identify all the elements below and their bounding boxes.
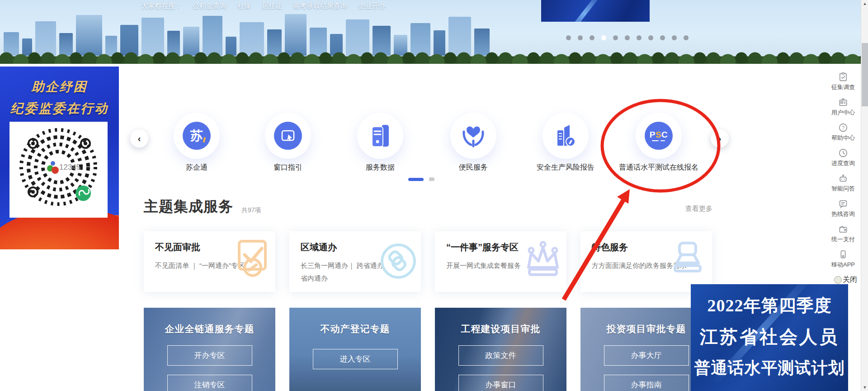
hot-search-link-gaokao[interactable]: 高考录取结果查询 bbox=[293, 2, 347, 10]
service-label: 服务数据 bbox=[335, 163, 425, 172]
service-guide-button[interactable]: 办事指南 bbox=[604, 375, 689, 391]
section-count: 共97项 bbox=[241, 206, 261, 215]
banner-dot-11[interactable] bbox=[684, 35, 689, 40]
psc-announcement-popup[interactable]: 2022年第四季度 江苏省社会人员 普通话水平测试计划 bbox=[691, 284, 848, 391]
handshake-icon bbox=[375, 238, 418, 285]
carousel-page-1-active[interactable] bbox=[408, 178, 424, 181]
user-card-icon bbox=[838, 97, 848, 107]
right-toolbar: 征集调查 用户中心 ? 帮助中心 进度查询 bbox=[829, 67, 858, 272]
theme-card-featured[interactable]: 特色服务 方方面面满足你的政务服务需求 bbox=[580, 231, 712, 292]
banner-dot-8[interactable] bbox=[648, 35, 653, 40]
banner-dot-3[interactable] bbox=[590, 35, 594, 40]
qr-code-image: 12345 bbox=[9, 122, 108, 218]
service-label: 便民服务 bbox=[428, 163, 519, 172]
sidebar-item-hotline[interactable]: 热线咨询 bbox=[829, 196, 858, 221]
sidebar-item-help-center[interactable]: ? 帮助中心 bbox=[829, 119, 858, 145]
sidebar-item-user-center[interactable]: 用户中心 bbox=[829, 94, 858, 119]
carousel-next-button[interactable]: › bbox=[711, 129, 729, 148]
server-data-icon bbox=[367, 122, 394, 149]
close-circle-icon bbox=[834, 276, 842, 284]
sidebar-item-survey[interactable]: 征集调查 bbox=[829, 69, 858, 94]
sidebar-item-progress-query[interactable]: 进度查询 bbox=[829, 145, 858, 170]
page: 大家都在搜： 公积金查询 社保 居住证 高考录取结果查询 企业开办 助企纾困 纪… bbox=[0, 0, 868, 391]
special-card-real-estate[interactable]: 不动产登记专题 进入专区 bbox=[289, 308, 421, 391]
service-hall-button[interactable]: 办事大厅 bbox=[604, 345, 689, 366]
theme-card-regional[interactable]: 区域通办 长三角一网通办｜ 跨省通办省内通办 bbox=[289, 231, 421, 292]
svg-text:12345: 12345 bbox=[59, 163, 80, 172]
hero-banner bbox=[0, 0, 861, 64]
cancel-zone-button[interactable]: 注销专区 bbox=[167, 375, 252, 391]
service-safety-report[interactable]: 安全生产风险报告 bbox=[520, 113, 611, 172]
banner-dot-4[interactable] bbox=[601, 35, 606, 40]
service-convenience[interactable]: 便民服务 bbox=[428, 113, 519, 172]
sidebar-item-smart-qa[interactable]: 智能问答 bbox=[829, 170, 858, 196]
service-psc-signup[interactable]: PSC 普通话水平测试在线报名 bbox=[613, 113, 704, 172]
banner-pagination-dots[interactable] bbox=[566, 35, 689, 40]
theme-card-one-thing[interactable]: “一件事”服务专区 开展一网式集成套餐服务 bbox=[435, 231, 566, 292]
carousel-page-2[interactable] bbox=[429, 177, 434, 181]
wallet-icon bbox=[838, 224, 848, 234]
banner-dot-1[interactable] bbox=[566, 35, 571, 40]
photo-card-title: 不动产登记专题 bbox=[321, 323, 390, 335]
hot-search-link-shebao[interactable]: 社保 bbox=[237, 2, 251, 10]
progress-clock-icon bbox=[838, 148, 848, 158]
carousel-prev-button[interactable]: ‹ bbox=[130, 129, 148, 148]
ballot-check-icon bbox=[231, 238, 273, 283]
policy-docs-button[interactable]: 政策文件 bbox=[458, 345, 543, 366]
service-label: 窗口指引 bbox=[243, 163, 333, 172]
suqitong-icon: 苏 bbox=[183, 122, 211, 150]
help-icon: ? bbox=[838, 123, 848, 133]
red-arrow-head bbox=[617, 189, 630, 204]
hot-search-link-gjj[interactable]: 公积金查询 bbox=[193, 2, 226, 10]
crown-icon bbox=[519, 238, 564, 285]
service-data[interactable]: 服务数据 bbox=[335, 113, 425, 172]
banner-dot-5[interactable] bbox=[613, 35, 618, 40]
theme-card-no-meet-approval[interactable]: 不见面审批 不见面清单 ｜ “一网通办”专区 bbox=[144, 231, 275, 292]
promo-slogan-line1: 助企纾困 bbox=[0, 78, 119, 95]
popup-line2: 江苏省社会人员 bbox=[691, 324, 848, 349]
popup-line1: 2022年第四季度 bbox=[691, 294, 848, 317]
photo-card-title: 企业全链通服务专题 bbox=[165, 323, 255, 335]
hotline-chat-icon bbox=[838, 199, 848, 209]
banner-dot-9[interactable] bbox=[660, 35, 665, 40]
survey-icon bbox=[838, 72, 848, 82]
banner-dot-10[interactable] bbox=[672, 35, 677, 40]
scroll-down-arrow-icon[interactable]: ▼ bbox=[861, 384, 868, 391]
special-card-construction-approval[interactable]: 工程建设项目审批 政策文件 办事窗口 bbox=[435, 308, 566, 391]
enter-zone-button[interactable]: 进入专区 bbox=[313, 349, 398, 369]
service-suqitong[interactable]: 苏 苏企通 bbox=[151, 113, 242, 172]
hot-search-link-juzhuzheng[interactable]: 居住证 bbox=[262, 2, 282, 10]
scroll-up-arrow-icon[interactable]: ▲ bbox=[861, 0, 868, 7]
hot-search-prefix: 大家都在搜： bbox=[141, 2, 182, 10]
service-window-guide[interactable]: 窗口指引 bbox=[243, 113, 333, 172]
service-label: 安全生产风险报告 bbox=[520, 163, 611, 172]
hot-search-bar: 大家都在搜： 公积金查询 社保 居住证 高考录取结果查询 企业开办 bbox=[141, 2, 385, 10]
popup-close-button[interactable]: 关闭 bbox=[834, 275, 857, 285]
heart-hands-icon bbox=[459, 122, 487, 150]
special-card-enterprise-chain[interactable]: 企业全链通服务专题 开办专区 注销专区 bbox=[144, 308, 275, 391]
sidebar-item-unified-payment[interactable]: 统一支付 bbox=[829, 221, 858, 246]
browser-scrollbar[interactable]: ▲ ▼ bbox=[861, 0, 868, 391]
building-report-icon bbox=[552, 122, 579, 149]
service-window-button[interactable]: 办事窗口 bbox=[458, 375, 543, 391]
see-more-link[interactable]: 查看更多 bbox=[685, 205, 712, 213]
open-zone-button[interactable]: 开办专区 bbox=[167, 345, 252, 366]
banner-dot-7[interactable] bbox=[637, 35, 642, 40]
left-promo-banner[interactable]: 助企纾困 纪委监委在行动 12345 bbox=[0, 67, 119, 249]
hot-search-link-qiye[interactable]: 企业开办 bbox=[358, 2, 385, 10]
banner-dot-6[interactable] bbox=[625, 35, 630, 40]
banner-dot-2[interactable] bbox=[578, 35, 583, 40]
scrollbar-thumb[interactable] bbox=[862, 43, 868, 106]
photo-card-title: 工程建设项目审批 bbox=[461, 323, 541, 335]
window-cursor-icon bbox=[274, 122, 302, 150]
tree-line bbox=[0, 44, 861, 64]
banner-corner-graphic bbox=[541, 0, 650, 22]
section-title: 主题集成服务 bbox=[144, 197, 233, 217]
promo-qr-panel: 12345 bbox=[9, 122, 108, 218]
service-label: 苏企通 bbox=[151, 163, 242, 172]
photo-card-title: 投资项目审批专题 bbox=[607, 323, 686, 335]
promo-slogan-line2: 纪委监委在行动 bbox=[0, 100, 119, 117]
sidebar-item-mobile-app[interactable]: 移动APP bbox=[829, 246, 858, 272]
robot-icon bbox=[838, 173, 848, 183]
carousel-pagination bbox=[408, 177, 434, 181]
